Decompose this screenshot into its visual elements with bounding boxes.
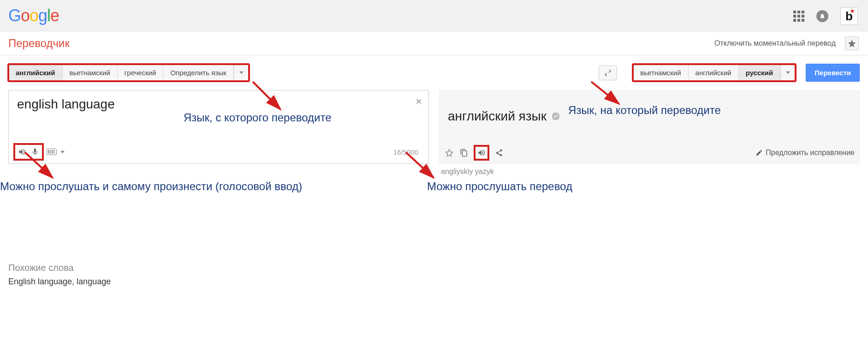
input-tools-dropdown-icon[interactable] [60,150,65,154]
main-area: английский вьетнамский греческий Определ… [0,55,868,184]
swap-languages-button[interactable] [599,66,617,80]
annotation-src-lang: Язык, с которого переводите [184,111,332,124]
language-row: английский вьетнамский греческий Определ… [8,64,860,82]
source-lang-dropdown[interactable] [234,65,249,81]
google-logo[interactable]: Google [8,6,59,25]
verified-icon [551,112,560,121]
related-heading: Похожие слова [8,263,860,273]
annotation-src-listen: Можно прослушать и самому произнести (го… [0,180,302,193]
listen-source-icon[interactable] [17,147,27,157]
source-lang-tab[interactable]: английский [9,65,63,81]
source-lang-tab[interactable]: греческий [118,65,164,81]
target-text: английский язык [448,109,547,124]
annotation-dst-lang: Язык, на который переводите [568,104,721,117]
app-title: Переводчик [8,37,70,50]
target-lang-panel: вьетнамский английский русский [633,64,796,81]
target-panel: английский язык [439,90,860,176]
annotation-dst-listen: Можно прослушать перевод [427,180,572,193]
transliteration: angliyskiy yazyk [439,168,860,176]
clear-input-button[interactable]: × [416,95,422,108]
target-lang-dropdown[interactable] [780,65,795,81]
source-lang-panel: английский вьетнамский греческий Определ… [8,64,249,81]
source-text-box: english language × 16/5 [8,90,429,164]
target-lang-tab[interactable]: русский [739,65,781,81]
translate-button[interactable]: Перевести [806,64,860,82]
target-lang-tab[interactable]: английский [689,65,739,81]
detect-lang-tab[interactable]: Определить язык [163,65,233,81]
star-button[interactable] [845,36,859,50]
target-audio-tool [474,145,489,161]
global-header: Google b [0,0,868,31]
share-icon[interactable] [494,148,504,158]
copy-icon[interactable] [459,148,469,158]
app-subheader: Переводчик Отключить моментальный перево… [0,31,868,55]
listen-target-icon[interactable] [476,148,487,158]
char-count: 16/5000 [393,148,424,156]
suggest-correction-link[interactable]: Предложить исправление [755,149,855,157]
notifications-icon[interactable] [816,10,828,22]
source-panel: english language × 16/5 [8,90,429,176]
keyboard-icon[interactable] [47,147,57,157]
target-lang-tab[interactable]: вьетнамский [633,65,688,81]
account-avatar[interactable]: b [840,7,858,25]
target-text-box: английский язык [439,90,860,164]
source-audio-tools [13,143,44,161]
pencil-icon [755,149,763,156]
apps-grid-icon[interactable] [793,11,804,22]
related-section: Похожие слова English language, language [0,263,868,287]
related-words: English language, language [8,277,860,287]
source-toolbar: 16/5000 [9,140,428,163]
top-right-controls: b [793,7,858,25]
target-toolbar: Предложить исправление [440,142,859,163]
translation-panels: english language × 16/5 [8,90,860,176]
voice-input-icon[interactable] [30,147,40,157]
source-lang-tab[interactable]: вьетнамский [63,65,118,81]
disable-instant-link[interactable]: Отключить моментальный перевод [714,39,836,48]
save-star-icon[interactable] [444,148,454,158]
